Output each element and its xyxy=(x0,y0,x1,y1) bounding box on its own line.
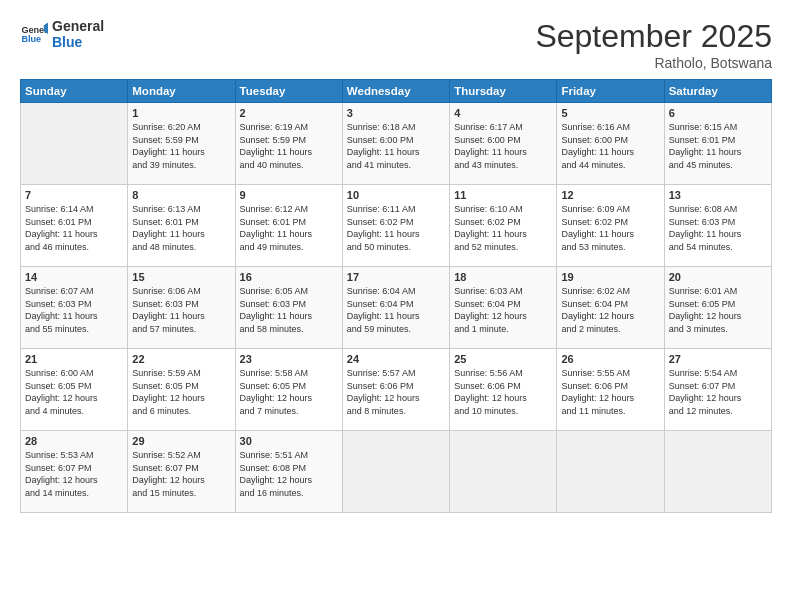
cell-4-6 xyxy=(664,431,771,513)
day-number: 11 xyxy=(454,189,552,201)
cell-3-5: 26Sunrise: 5:55 AM Sunset: 6:06 PM Dayli… xyxy=(557,349,664,431)
logo-icon: General Blue xyxy=(20,20,48,48)
cell-4-3 xyxy=(342,431,449,513)
day-info: Sunrise: 6:12 AM Sunset: 6:01 PM Dayligh… xyxy=(240,203,338,253)
cell-4-0: 28Sunrise: 5:53 AM Sunset: 6:07 PM Dayli… xyxy=(21,431,128,513)
day-number: 16 xyxy=(240,271,338,283)
page: General Blue General Blue September 2025… xyxy=(0,0,792,612)
day-number: 10 xyxy=(347,189,445,201)
cell-4-2: 30Sunrise: 5:51 AM Sunset: 6:08 PM Dayli… xyxy=(235,431,342,513)
cell-0-6: 6Sunrise: 6:15 AM Sunset: 6:01 PM Daylig… xyxy=(664,103,771,185)
week-row-0: 1Sunrise: 6:20 AM Sunset: 5:59 PM Daylig… xyxy=(21,103,772,185)
day-number: 23 xyxy=(240,353,338,365)
col-sunday: Sunday xyxy=(21,80,128,103)
cell-2-3: 17Sunrise: 6:04 AM Sunset: 6:04 PM Dayli… xyxy=(342,267,449,349)
day-info: Sunrise: 6:06 AM Sunset: 6:03 PM Dayligh… xyxy=(132,285,230,335)
day-number: 21 xyxy=(25,353,123,365)
day-number: 13 xyxy=(669,189,767,201)
day-info: Sunrise: 6:09 AM Sunset: 6:02 PM Dayligh… xyxy=(561,203,659,253)
cell-3-0: 21Sunrise: 6:00 AM Sunset: 6:05 PM Dayli… xyxy=(21,349,128,431)
cell-0-3: 3Sunrise: 6:18 AM Sunset: 6:00 PM Daylig… xyxy=(342,103,449,185)
location: Ratholo, Botswana xyxy=(535,55,772,71)
day-number: 26 xyxy=(561,353,659,365)
day-number: 22 xyxy=(132,353,230,365)
cell-1-5: 12Sunrise: 6:09 AM Sunset: 6:02 PM Dayli… xyxy=(557,185,664,267)
day-info: Sunrise: 6:04 AM Sunset: 6:04 PM Dayligh… xyxy=(347,285,445,335)
day-number: 25 xyxy=(454,353,552,365)
logo-blue: Blue xyxy=(52,34,104,50)
cell-1-6: 13Sunrise: 6:08 AM Sunset: 6:03 PM Dayli… xyxy=(664,185,771,267)
day-info: Sunrise: 6:14 AM Sunset: 6:01 PM Dayligh… xyxy=(25,203,123,253)
day-number: 4 xyxy=(454,107,552,119)
cell-2-1: 15Sunrise: 6:06 AM Sunset: 6:03 PM Dayli… xyxy=(128,267,235,349)
day-number: 3 xyxy=(347,107,445,119)
cell-2-6: 20Sunrise: 6:01 AM Sunset: 6:05 PM Dayli… xyxy=(664,267,771,349)
cell-3-4: 25Sunrise: 5:56 AM Sunset: 6:06 PM Dayli… xyxy=(450,349,557,431)
day-info: Sunrise: 6:19 AM Sunset: 5:59 PM Dayligh… xyxy=(240,121,338,171)
cell-0-2: 2Sunrise: 6:19 AM Sunset: 5:59 PM Daylig… xyxy=(235,103,342,185)
day-info: Sunrise: 5:59 AM Sunset: 6:05 PM Dayligh… xyxy=(132,367,230,417)
day-number: 29 xyxy=(132,435,230,447)
day-number: 5 xyxy=(561,107,659,119)
col-tuesday: Tuesday xyxy=(235,80,342,103)
day-number: 7 xyxy=(25,189,123,201)
day-info: Sunrise: 6:01 AM Sunset: 6:05 PM Dayligh… xyxy=(669,285,767,335)
day-info: Sunrise: 6:08 AM Sunset: 6:03 PM Dayligh… xyxy=(669,203,767,253)
day-info: Sunrise: 6:00 AM Sunset: 6:05 PM Dayligh… xyxy=(25,367,123,417)
day-number: 9 xyxy=(240,189,338,201)
day-info: Sunrise: 5:55 AM Sunset: 6:06 PM Dayligh… xyxy=(561,367,659,417)
day-number: 2 xyxy=(240,107,338,119)
week-row-2: 14Sunrise: 6:07 AM Sunset: 6:03 PM Dayli… xyxy=(21,267,772,349)
cell-1-2: 9Sunrise: 6:12 AM Sunset: 6:01 PM Daylig… xyxy=(235,185,342,267)
day-info: Sunrise: 5:57 AM Sunset: 6:06 PM Dayligh… xyxy=(347,367,445,417)
col-monday: Monday xyxy=(128,80,235,103)
cell-3-3: 24Sunrise: 5:57 AM Sunset: 6:06 PM Dayli… xyxy=(342,349,449,431)
cell-2-5: 19Sunrise: 6:02 AM Sunset: 6:04 PM Dayli… xyxy=(557,267,664,349)
week-row-4: 28Sunrise: 5:53 AM Sunset: 6:07 PM Dayli… xyxy=(21,431,772,513)
cell-3-2: 23Sunrise: 5:58 AM Sunset: 6:05 PM Dayli… xyxy=(235,349,342,431)
day-info: Sunrise: 5:54 AM Sunset: 6:07 PM Dayligh… xyxy=(669,367,767,417)
week-row-1: 7Sunrise: 6:14 AM Sunset: 6:01 PM Daylig… xyxy=(21,185,772,267)
day-info: Sunrise: 6:16 AM Sunset: 6:00 PM Dayligh… xyxy=(561,121,659,171)
logo-general: General xyxy=(52,18,104,34)
day-info: Sunrise: 6:03 AM Sunset: 6:04 PM Dayligh… xyxy=(454,285,552,335)
cell-0-4: 4Sunrise: 6:17 AM Sunset: 6:00 PM Daylig… xyxy=(450,103,557,185)
day-number: 6 xyxy=(669,107,767,119)
col-thursday: Thursday xyxy=(450,80,557,103)
cell-1-0: 7Sunrise: 6:14 AM Sunset: 6:01 PM Daylig… xyxy=(21,185,128,267)
cell-1-3: 10Sunrise: 6:11 AM Sunset: 6:02 PM Dayli… xyxy=(342,185,449,267)
day-info: Sunrise: 6:05 AM Sunset: 6:03 PM Dayligh… xyxy=(240,285,338,335)
cell-3-1: 22Sunrise: 5:59 AM Sunset: 6:05 PM Dayli… xyxy=(128,349,235,431)
day-info: Sunrise: 6:18 AM Sunset: 6:00 PM Dayligh… xyxy=(347,121,445,171)
day-number: 1 xyxy=(132,107,230,119)
day-info: Sunrise: 6:17 AM Sunset: 6:00 PM Dayligh… xyxy=(454,121,552,171)
day-number: 28 xyxy=(25,435,123,447)
day-info: Sunrise: 5:53 AM Sunset: 6:07 PM Dayligh… xyxy=(25,449,123,499)
calendar-table: Sunday Monday Tuesday Wednesday Thursday… xyxy=(20,79,772,513)
day-info: Sunrise: 6:10 AM Sunset: 6:02 PM Dayligh… xyxy=(454,203,552,253)
col-friday: Friday xyxy=(557,80,664,103)
header-row: Sunday Monday Tuesday Wednesday Thursday… xyxy=(21,80,772,103)
day-info: Sunrise: 6:15 AM Sunset: 6:01 PM Dayligh… xyxy=(669,121,767,171)
cell-0-0 xyxy=(21,103,128,185)
day-number: 20 xyxy=(669,271,767,283)
cell-4-4 xyxy=(450,431,557,513)
cell-4-5 xyxy=(557,431,664,513)
title-block: September 2025 Ratholo, Botswana xyxy=(535,18,772,71)
cell-0-5: 5Sunrise: 6:16 AM Sunset: 6:00 PM Daylig… xyxy=(557,103,664,185)
day-info: Sunrise: 5:58 AM Sunset: 6:05 PM Dayligh… xyxy=(240,367,338,417)
month-title: September 2025 xyxy=(535,18,772,55)
cell-1-1: 8Sunrise: 6:13 AM Sunset: 6:01 PM Daylig… xyxy=(128,185,235,267)
cell-2-2: 16Sunrise: 6:05 AM Sunset: 6:03 PM Dayli… xyxy=(235,267,342,349)
logo: General Blue General Blue xyxy=(20,18,104,50)
day-info: Sunrise: 5:51 AM Sunset: 6:08 PM Dayligh… xyxy=(240,449,338,499)
cell-2-4: 18Sunrise: 6:03 AM Sunset: 6:04 PM Dayli… xyxy=(450,267,557,349)
day-info: Sunrise: 6:07 AM Sunset: 6:03 PM Dayligh… xyxy=(25,285,123,335)
day-info: Sunrise: 5:52 AM Sunset: 6:07 PM Dayligh… xyxy=(132,449,230,499)
cell-3-6: 27Sunrise: 5:54 AM Sunset: 6:07 PM Dayli… xyxy=(664,349,771,431)
day-number: 27 xyxy=(669,353,767,365)
day-number: 17 xyxy=(347,271,445,283)
day-info: Sunrise: 5:56 AM Sunset: 6:06 PM Dayligh… xyxy=(454,367,552,417)
week-row-3: 21Sunrise: 6:00 AM Sunset: 6:05 PM Dayli… xyxy=(21,349,772,431)
header: General Blue General Blue September 2025… xyxy=(20,18,772,71)
